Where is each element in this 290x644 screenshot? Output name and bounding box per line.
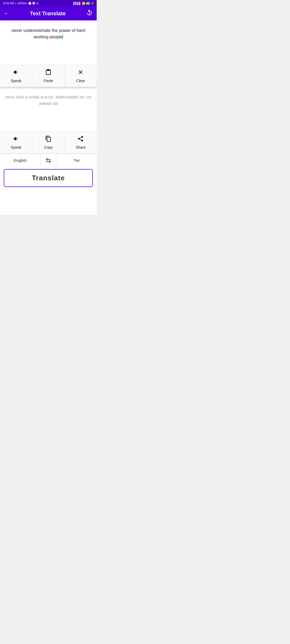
source-text: never underestimate the power of hard wo…: [12, 28, 85, 39]
copy-label: Copy: [44, 145, 53, 149]
paste-button[interactable]: Paste: [32, 65, 64, 87]
share-button[interactable]: Share: [65, 132, 97, 153]
target-language-label: Twi: [74, 158, 80, 163]
vpn-icon: ⊕: [36, 2, 38, 5]
translate-button-label: Translate: [32, 174, 65, 182]
output-action-buttons: Speak Copy Share: [0, 131, 97, 153]
translate-button[interactable]: Translate: [4, 169, 93, 187]
output-section: mmu tumi a nnipa a wɔyɛ adwumaden wɔ no …: [0, 89, 97, 153]
text-cursor: [63, 35, 63, 39]
whatsapp-icon: 🅦: [32, 2, 35, 5]
main-content: never underestimate the power of hard wo…: [0, 20, 97, 215]
alarm-icon: 🕐: [28, 2, 31, 5]
input-section: never underestimate the power of hard wo…: [0, 22, 97, 87]
status-left: 10:05 AM | 145KB/s 🕐 🅦 ⊕: [3, 2, 38, 5]
history-button[interactable]: [86, 9, 93, 18]
status-bar: 10:05 AM | 145KB/s 🕐 🅦 ⊕ ▌▌▌▌ 📶 63 ⚡: [0, 0, 97, 6]
speak-target-icon: [13, 136, 19, 144]
language-bar: English Twi: [0, 153, 97, 167]
clear-label: Clear: [76, 79, 85, 83]
battery-level: 63: [86, 2, 90, 5]
copy-icon: [45, 136, 52, 144]
charging-icon: ⚡: [91, 2, 94, 5]
speak-target-button[interactable]: Speak: [0, 132, 32, 153]
wifi-icon: 📶: [82, 2, 85, 5]
app-bar: ← Text Translate: [0, 6, 97, 20]
back-button[interactable]: ←: [4, 10, 10, 17]
swap-languages-button[interactable]: [40, 154, 56, 167]
status-time: 10:05 AM: [3, 2, 14, 5]
status-data-speed: 145KB/s: [17, 2, 27, 5]
clear-button[interactable]: Clear: [65, 65, 97, 87]
speak-target-label: Speak: [11, 145, 21, 149]
status-right: ▌▌▌▌ 📶 63 ⚡: [74, 2, 94, 5]
signal-icon: ▌▌▌▌: [74, 2, 81, 5]
paste-icon: [45, 69, 52, 77]
speak-source-button[interactable]: Speak: [0, 65, 32, 87]
page-title: Text Translate: [30, 10, 66, 17]
clear-icon: [77, 69, 84, 77]
status-separator: |: [15, 2, 16, 5]
share-label: Share: [76, 145, 86, 149]
speak-source-icon: [13, 69, 19, 77]
translate-btn-container: Translate: [0, 167, 97, 189]
source-text-area[interactable]: never underestimate the power of hard wo…: [0, 22, 97, 65]
target-text: mmu tumi a nnipa a wɔyɛ adwumaden wɔ no …: [5, 95, 91, 106]
target-language-button[interactable]: Twi: [56, 154, 97, 167]
copy-button[interactable]: Copy: [32, 132, 64, 153]
paste-label: Paste: [44, 79, 53, 83]
speak-source-label: Speak: [11, 79, 21, 83]
source-language-button[interactable]: English: [0, 154, 40, 167]
source-language-label: English: [13, 158, 27, 163]
input-action-buttons: Speak Paste Clear: [0, 65, 97, 87]
target-text-area: mmu tumi a nnipa a wɔyɛ adwumaden wɔ no …: [0, 89, 97, 131]
share-icon: [77, 136, 84, 144]
